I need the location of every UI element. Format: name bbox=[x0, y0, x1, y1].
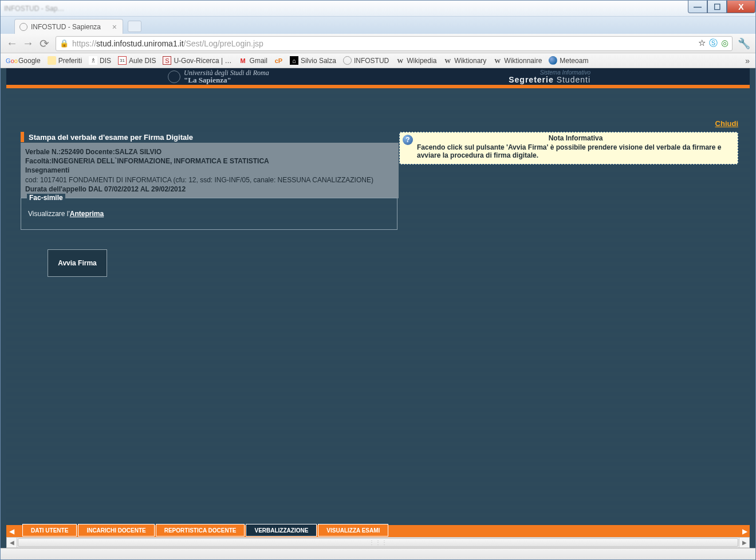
ext-icon[interactable]: ◎ bbox=[721, 38, 729, 49]
bottom-nav: ◀ DATI UTENTEINCARICHI DOCENTEREPORTISTI… bbox=[6, 525, 750, 537]
bookmarks-bar: GooGooglePreferiti♗DIS31Aule DISSU-Gov-R… bbox=[1, 53, 755, 68]
browser-tab[interactable]: INFOSTUD - Sapienza × bbox=[14, 19, 123, 34]
url-path: /Sest/Log/preLogin.jsp bbox=[184, 39, 263, 48]
bookmarks-overflow[interactable]: » bbox=[739, 56, 755, 65]
info-line4: cod: 1017401 FONDAMENTI DI INFORMATICA (… bbox=[25, 175, 394, 185]
bookmark-label: Meteoam bbox=[560, 57, 588, 65]
bottom-tab-dati-utente[interactable]: DATI UTENTE bbox=[22, 524, 77, 536]
seal-icon bbox=[168, 71, 180, 83]
bookmark-star-icon[interactable]: ☆ bbox=[698, 38, 706, 49]
bottom-tab-verbalizzazione[interactable]: VERBALIZZAZIONE bbox=[246, 524, 317, 536]
lock-icon: 🔒 bbox=[60, 39, 69, 48]
bottom-tab-reportistica-docente[interactable]: REPORTISTICA DOCENTE bbox=[156, 524, 245, 536]
close-tab-icon[interactable]: × bbox=[112, 22, 117, 32]
chiudi-link[interactable]: Chiudi bbox=[715, 119, 738, 128]
bookmark-Google[interactable]: GooGoogle bbox=[4, 55, 44, 66]
tab-strip: INFOSTUD - Sapienza × bbox=[1, 17, 755, 34]
ugov-icon: S bbox=[163, 56, 171, 65]
section-title: Stampa del verbale d'esame per Firma Dig… bbox=[21, 131, 400, 143]
bookmark-label: Google bbox=[18, 57, 41, 65]
bookmark-U-Gov-Ricerca | …[interactable]: SU-Gov-Ricerca | … bbox=[159, 55, 235, 66]
info-line3: Insegnamenti bbox=[25, 166, 69, 174]
bookmark-label: Silvio Salza bbox=[301, 57, 336, 65]
globe-icon bbox=[19, 23, 27, 31]
info-line1: Verbale N.:252490 Docente:SALZA SILVIO bbox=[25, 148, 162, 156]
wiki-icon: W bbox=[493, 56, 502, 65]
info-line5: Durata dell'appello DAL 07/02/2012 AL 29… bbox=[25, 185, 186, 193]
minimize-button[interactable]: — bbox=[688, 1, 707, 13]
bookmark-cp[interactable]: cP bbox=[271, 55, 286, 66]
bookmark-Meteoam[interactable]: Meteoam bbox=[545, 55, 592, 66]
sis-info: Sistema Informativo Segreterie Studenti bbox=[509, 70, 590, 84]
scroll-right-button[interactable]: ▶ bbox=[739, 538, 749, 547]
maximize-button[interactable]: ☐ bbox=[707, 1, 727, 13]
avvia-firma-button[interactable]: Avvia Firma bbox=[48, 249, 107, 277]
bookmark-label: DIS bbox=[100, 57, 111, 65]
h-scrollbar[interactable]: ◀ ⋮⋮⋮ ▶ bbox=[6, 537, 750, 548]
uni-logo: Università degli Studi di Roma "La Sapie… bbox=[168, 69, 269, 84]
bookmark-label: Wiktionnaire bbox=[504, 57, 542, 65]
wrench-menu-icon[interactable]: 🔧 bbox=[736, 37, 752, 50]
fac-text: Visualizzare l' bbox=[28, 210, 70, 218]
bookmark-label: Preferiti bbox=[58, 57, 82, 65]
bookmark-label: Aule DIS bbox=[129, 57, 156, 65]
bookmark-DIS[interactable]: ♗DIS bbox=[85, 55, 115, 66]
calendar-icon: 31 bbox=[118, 56, 127, 65]
anteprima-link[interactable]: Anteprima bbox=[70, 210, 104, 218]
header-accent bbox=[6, 85, 750, 88]
bookmark-Aule DIS[interactable]: 31Aule DIS bbox=[115, 55, 159, 66]
google-icon: Goo bbox=[7, 56, 16, 65]
wiki-icon: W bbox=[443, 56, 452, 65]
nota-title: Nota Informativa bbox=[417, 134, 734, 142]
section-title-text: Stampa del verbale d'esame per Firma Dig… bbox=[29, 133, 193, 142]
bookmark-label: INFOSTUD bbox=[354, 57, 389, 65]
reload-button[interactable]: ⟳ bbox=[36, 36, 52, 52]
verbale-info: Verbale N.:252490 Docente:SALZA SILVIO F… bbox=[21, 143, 399, 198]
nota-body: Facendo click sul pulsante 'Avvia Firma'… bbox=[417, 143, 721, 159]
close-window-button[interactable]: X bbox=[727, 1, 755, 13]
wifi-icon: ⌂ bbox=[290, 56, 298, 65]
bookmark-Wiktionnaire[interactable]: WWiktionnaire bbox=[490, 55, 545, 66]
uni-row2: "La Sapienza" bbox=[184, 76, 269, 84]
forward-button[interactable]: → bbox=[20, 36, 36, 52]
status-bar bbox=[1, 548, 755, 559]
bookmark-label: Wikipedia bbox=[407, 57, 436, 65]
globe-icon bbox=[343, 56, 352, 65]
cp-icon: cP bbox=[274, 56, 283, 65]
os-titlebar: INFOSTUD - Sap… — ☐ X bbox=[1, 1, 755, 17]
help-icon: ? bbox=[403, 135, 413, 145]
bottom-tab-incarichi-docente[interactable]: INCARICHI DOCENTE bbox=[78, 524, 154, 536]
info-line2: Facoltà:INGEGNERIA DELL`INFORMAZIONE, IN… bbox=[25, 157, 269, 165]
gmail-icon: M bbox=[239, 56, 247, 65]
bookmark-label: Wiktionary bbox=[454, 57, 486, 65]
fac-legend: Fac-simile bbox=[27, 194, 65, 202]
url-proto: https:// bbox=[72, 39, 96, 48]
address-bar[interactable]: 🔒 https:// stud.infostud.uniroma1.it /Se… bbox=[56, 36, 733, 51]
bookmark-Wikipedia[interactable]: WWikipedia bbox=[392, 55, 440, 66]
bookmark-INFOSTUD[interactable]: INFOSTUD bbox=[340, 55, 392, 66]
browser-toolbar: ← → ⟳ 🔒 https:// stud.infostud.uniroma1.… bbox=[1, 34, 755, 53]
bookmark-label: U-Gov-Ricerca | … bbox=[174, 57, 231, 65]
dis-icon: ♗ bbox=[89, 56, 97, 65]
bookmark-Gmail[interactable]: MGmail bbox=[235, 55, 271, 66]
bottom-nav-left[interactable]: ◀ bbox=[6, 525, 17, 537]
scroll-thumb[interactable]: ⋮⋮⋮ bbox=[18, 538, 738, 547]
os-title: INFOSTUD - Sap… bbox=[4, 5, 64, 13]
bookmark-label: Gmail bbox=[250, 57, 267, 65]
nota-informativa: ? Nota Informativa Facendo click sul pul… bbox=[399, 132, 738, 165]
skype-icon[interactable]: Ⓢ bbox=[709, 38, 718, 49]
bookmark-Preferiti[interactable]: Preferiti bbox=[44, 55, 85, 66]
bookmark-Silvio Salza[interactable]: ⌂Silvio Salza bbox=[286, 55, 340, 66]
folder-icon bbox=[48, 56, 56, 65]
bottom-tab-visualizza-esami[interactable]: VISUALIZZA ESAMI bbox=[318, 524, 388, 536]
page-viewport: Università degli Studi di Roma "La Sapie… bbox=[1, 68, 755, 548]
meteo-icon bbox=[549, 56, 557, 65]
back-button[interactable]: ← bbox=[4, 36, 20, 52]
scroll-left-button[interactable]: ◀ bbox=[7, 538, 17, 547]
wiki-icon: W bbox=[396, 56, 404, 65]
bottom-nav-right[interactable]: ▶ bbox=[739, 525, 750, 537]
tab-title: INFOSTUD - Sapienza bbox=[31, 23, 101, 31]
new-tab-button[interactable] bbox=[128, 21, 141, 32]
bookmark-Wiktionary[interactable]: WWiktionary bbox=[440, 55, 490, 66]
sis-row2b: Studenti bbox=[557, 75, 590, 84]
